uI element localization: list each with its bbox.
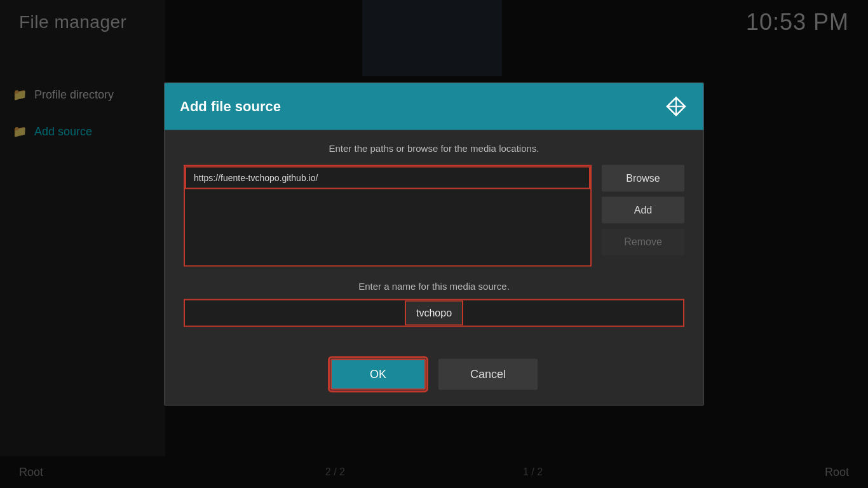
dialog-footer: OK Cancel (165, 359, 703, 405)
add-button[interactable]: Add (602, 197, 684, 224)
dialog-header: Add file source (165, 83, 703, 130)
name-label: Enter a name for this media source. (184, 281, 684, 292)
name-input-left (185, 301, 405, 326)
name-section: Enter a name for this media source. tvch… (184, 281, 684, 327)
remove-button[interactable]: Remove (602, 229, 684, 255)
cancel-button[interactable]: Cancel (438, 359, 538, 390)
dialog-body: Enter the paths or browse for the media … (165, 130, 703, 359)
path-entry[interactable]: https://fuente-tvchopo.github.io/ (185, 166, 590, 189)
paths-list[interactable]: https://fuente-tvchopo.github.io/ (184, 165, 592, 267)
name-input-wrapper[interactable]: tvchopo (184, 299, 684, 327)
add-file-source-dialog: Add file source Enter the paths or brows… (164, 83, 704, 406)
dialog-subtitle: Enter the paths or browse for the media … (184, 143, 684, 154)
paths-buttons: Browse Add Remove (602, 165, 684, 267)
name-input-value[interactable]: tvchopo (405, 301, 463, 326)
ok-button[interactable]: OK (330, 359, 426, 390)
name-input-right (463, 301, 683, 326)
paths-section: https://fuente-tvchopo.github.io/ Browse… (184, 165, 684, 267)
kodi-logo (664, 95, 688, 119)
browse-button[interactable]: Browse (602, 165, 684, 192)
dialog-title: Add file source (180, 98, 281, 115)
